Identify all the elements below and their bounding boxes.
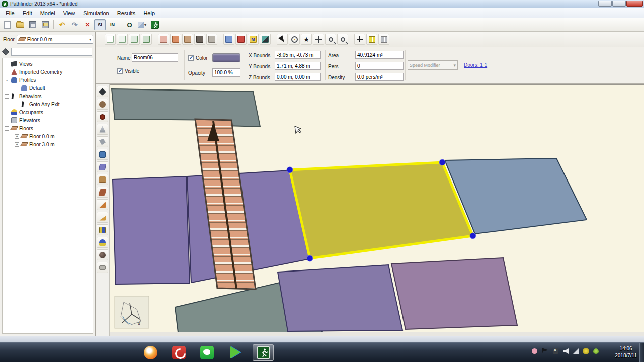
show-stairs-button[interactable] — [182, 34, 193, 45]
new-file-button[interactable] — [2, 19, 13, 30]
thick-door-tool[interactable] — [97, 187, 108, 198]
tree-filter-input[interactable] — [11, 48, 92, 56]
tray-close-badge-icon[interactable] — [553, 348, 558, 354]
tree-item-elevators[interactable]: Elevators — [3, 116, 93, 124]
roam-tool[interactable] — [97, 124, 108, 135]
elevator-tool[interactable] — [97, 224, 108, 235]
occupant-tool[interactable] — [97, 237, 108, 248]
orbit-mode-button[interactable] — [289, 34, 300, 45]
select-tool[interactable] — [97, 86, 108, 97]
obstruction-tool[interactable] — [97, 161, 108, 172]
poly-room-tool[interactable] — [97, 136, 108, 147]
show-rooms-button[interactable] — [158, 34, 169, 45]
open-file-button[interactable] — [14, 19, 26, 30]
expander-icon[interactable]: + — [15, 134, 19, 139]
tree-item-floor-3[interactable]: +Floor 3.0 m — [3, 140, 93, 148]
room-yellow-selected[interactable] — [290, 162, 473, 258]
nav-gizmo[interactable]: x — [115, 296, 149, 328]
tree-item-profiles[interactable]: -Profiles — [3, 76, 93, 84]
record-view-button[interactable]: O — [124, 19, 135, 30]
measure-tool[interactable] — [97, 249, 108, 260]
roam-mode-button[interactable]: ★ — [301, 34, 312, 45]
menu-file[interactable]: File — [2, 9, 19, 17]
expander-icon[interactable]: - — [5, 94, 9, 99]
in-units-button[interactable]: IN — [107, 19, 118, 30]
menu-results[interactable]: Results — [113, 9, 140, 17]
delete-button[interactable]: ✕ — [82, 19, 93, 30]
taskbar-clock[interactable]: 14:06 2018/7/11 — [615, 345, 637, 359]
tray-flag-icon[interactable] — [542, 348, 548, 354]
view-textured-button[interactable] — [141, 34, 152, 45]
show-background-button[interactable] — [206, 34, 217, 45]
menu-edit[interactable]: Edit — [19, 9, 36, 17]
network-icon[interactable] — [573, 348, 579, 354]
view-wireframe-button[interactable] — [105, 34, 116, 45]
show-obstructions-button[interactable] — [194, 34, 205, 45]
undo-button[interactable]: ↶ — [56, 19, 68, 30]
view-shaded-button[interactable] — [129, 34, 140, 45]
tree-item-imported-geometry[interactable]: Imported Geometry — [3, 68, 93, 76]
tray-shield-icon[interactable] — [593, 348, 599, 354]
y-bounds-field[interactable] — [275, 62, 321, 70]
door-tool[interactable] — [97, 174, 108, 185]
si-units-button[interactable]: SI — [94, 19, 106, 30]
x-bounds-field[interactable] — [275, 51, 321, 59]
expander-icon[interactable]: - — [5, 126, 9, 131]
vertex-handle[interactable] — [470, 233, 476, 239]
ramp-tool[interactable] — [97, 212, 108, 223]
select-mode-button[interactable] — [277, 34, 288, 45]
vertex-handle[interactable] — [287, 167, 293, 173]
show-doors-button[interactable] — [170, 34, 181, 45]
show-terrain-button[interactable] — [260, 34, 271, 45]
taskbar-app-music[interactable] — [168, 344, 189, 361]
taskbar-app-green-media[interactable] — [196, 344, 217, 361]
stairs-tool[interactable] — [97, 199, 108, 210]
room-bottom-purple[interactable] — [278, 265, 403, 331]
color-checkbox[interactable]: Color — [188, 55, 208, 61]
show-measurements-button[interactable]: M — [248, 34, 259, 45]
layers-dropdown-button[interactable]: ▾ — [136, 19, 148, 30]
view-solid-button[interactable] — [117, 34, 128, 45]
vertex-handle[interactable] — [307, 255, 313, 261]
tray-yellow-status-icon[interactable] — [583, 348, 589, 354]
zoom-extents-button[interactable] — [354, 34, 365, 45]
import-file-button[interactable] — [39, 19, 51, 30]
model-canvas[interactable]: x — [110, 84, 644, 332]
room-mauve[interactable] — [391, 258, 517, 329]
tree-item-behaviors[interactable]: -Behaviors — [3, 92, 93, 100]
opacity-field[interactable] — [212, 68, 240, 77]
visible-checkbox[interactable]: Visible — [117, 68, 139, 74]
minimize-button[interactable] — [598, 1, 612, 7]
tray-pink-dot-icon[interactable] — [532, 348, 537, 354]
orbit-tool[interactable] — [97, 111, 108, 122]
vertex-handle[interactable] — [439, 159, 445, 165]
redo-button[interactable]: ↷ — [69, 19, 80, 30]
close-button[interactable] — [626, 1, 643, 7]
maximize-button[interactable] — [612, 1, 626, 7]
show-results-button[interactable] — [149, 19, 160, 30]
menu-help[interactable]: Help — [139, 9, 159, 17]
pan-mode-button[interactable] — [313, 34, 324, 45]
show-profiles-button[interactable] — [223, 34, 234, 45]
cascade-windows-button[interactable] — [378, 34, 389, 45]
show-exits-button[interactable] — [235, 34, 247, 45]
color-swatch[interactable] — [212, 53, 240, 62]
tree-item-floors[interactable]: -Floors — [3, 124, 93, 132]
annotation-tool[interactable] — [97, 262, 108, 273]
zoom-out-button[interactable] — [325, 34, 336, 45]
tree-item-goto-any-exit[interactable]: Goto Any Exit — [3, 100, 93, 108]
speed-modifier-dropdown[interactable]: Speed Modifier ▾ — [408, 60, 458, 70]
zoom-in-button[interactable] — [337, 34, 348, 45]
taskbar-app-pathfinder[interactable] — [253, 344, 274, 361]
tree-item-occupants[interactable]: Occupants — [3, 108, 93, 116]
expander-icon[interactable]: + — [15, 142, 19, 147]
volume-icon[interactable] — [563, 348, 569, 354]
taskbar-app-browser[interactable] — [140, 344, 161, 361]
drag-tool[interactable] — [97, 99, 108, 110]
menu-view[interactable]: View — [59, 9, 79, 17]
filter-diamond-icon[interactable] — [2, 48, 9, 55]
name-field[interactable] — [132, 53, 178, 62]
room-purple-left[interactable] — [113, 176, 190, 284]
tree-item-floor-0[interactable]: +Floor 0.0 m — [3, 132, 93, 140]
menu-model[interactable]: Model — [36, 9, 59, 17]
